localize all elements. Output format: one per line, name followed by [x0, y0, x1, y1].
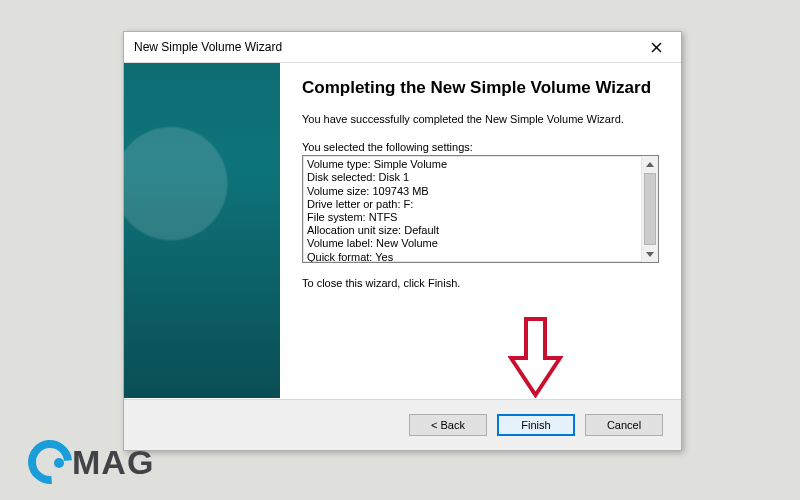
watermark-logo: MAG	[28, 440, 154, 484]
list-item: Allocation unit size: Default	[307, 224, 642, 237]
logo-c-icon	[19, 431, 81, 493]
page-title: Completing the New Simple Volume Wizard	[302, 77, 659, 98]
list-item: Volume label: New Volume	[307, 237, 642, 250]
close-icon	[651, 42, 662, 53]
scrollbar[interactable]	[641, 156, 658, 262]
scroll-up-icon[interactable]	[642, 156, 658, 172]
list-item: Quick format: Yes	[307, 251, 642, 264]
wizard-side-banner	[124, 63, 280, 398]
finish-hint: To close this wizard, click Finish.	[302, 277, 659, 289]
list-item: Drive letter or path: F:	[307, 198, 642, 211]
list-item: File system: NTFS	[307, 211, 642, 224]
list-item: Volume size: 109743 MB	[307, 185, 642, 198]
titlebar: New Simple Volume Wizard	[124, 32, 681, 63]
finish-button[interactable]: Finish	[497, 414, 575, 436]
scroll-thumb[interactable]	[644, 173, 656, 245]
settings-listbox[interactable]: Volume type: Simple Volume Disk selected…	[302, 155, 659, 263]
back-button[interactable]: < Back	[409, 414, 487, 436]
scroll-down-icon[interactable]	[642, 246, 658, 262]
list-item: Volume type: Simple Volume	[307, 158, 642, 171]
button-bar: < Back Finish Cancel	[124, 399, 681, 450]
window-title: New Simple Volume Wizard	[134, 40, 282, 54]
success-message: You have successfully completed the New …	[302, 112, 659, 127]
settings-label: You selected the following settings:	[302, 141, 659, 153]
cancel-button[interactable]: Cancel	[585, 414, 663, 436]
wizard-dialog: New Simple Volume Wizard Completing the …	[123, 31, 682, 451]
list-item: Disk selected: Disk 1	[307, 171, 642, 184]
logo-text: MAG	[72, 443, 154, 482]
wizard-content: Completing the New Simple Volume Wizard …	[280, 63, 681, 398]
close-button[interactable]	[641, 35, 671, 59]
